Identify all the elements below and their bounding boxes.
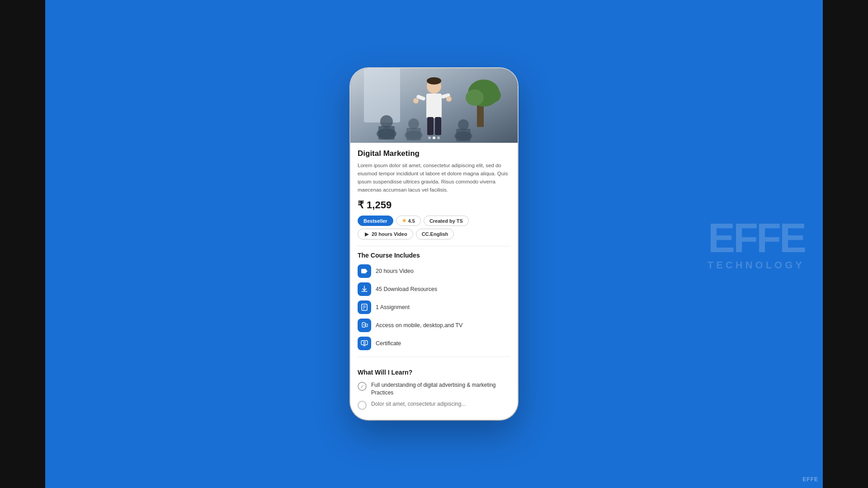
svg-rect-24 — [456, 129, 471, 141]
access-icon-box — [358, 319, 371, 332]
course-body: Digital Marketing Lorem ipsum dolor sit … — [350, 143, 518, 369]
svg-rect-18 — [378, 126, 395, 140]
course-image-inner — [350, 68, 518, 143]
assignment-icon-box — [358, 300, 371, 314]
includes-item-video-label: 20 hours Video — [376, 268, 414, 274]
learn-item-2-text: Dolor sit amet, consectetur adipiscing..… — [371, 400, 510, 408]
tags-row-2: ▶ 20 hours Video CC.English — [358, 229, 510, 239]
watermark-line2: TECHNOLOGY — [708, 260, 805, 270]
download-icon-box — [358, 282, 371, 296]
svg-point-8 — [427, 77, 441, 84]
learn-item-2: Dolor sit amet, consectetur adipiscing..… — [358, 400, 510, 410]
effe-watermark: EFFE TECHNOLOGY — [708, 218, 805, 270]
svg-marker-26 — [366, 270, 368, 272]
course-description: Lorem ipsum dolor sit amet, consectetur … — [358, 162, 510, 194]
svg-point-17 — [380, 115, 393, 128]
includes-list: 20 hours Video 45 Download Resources — [358, 264, 510, 350]
svg-point-23 — [458, 119, 469, 130]
dot-3 — [437, 136, 440, 139]
svg-point-14 — [413, 98, 419, 103]
video-hours-label: 20 hours Video — [372, 231, 407, 237]
phone-content: Digital Marketing Lorem ipsum dolor sit … — [350, 68, 518, 420]
includes-item-video: 20 hours Video — [358, 264, 510, 278]
learn-item-1-text: Full understanding of digital advertisin… — [371, 381, 510, 397]
svg-rect-21 — [406, 128, 421, 141]
svg-rect-10 — [427, 117, 434, 135]
black-bar-left — [0, 0, 45, 488]
dot-2 — [433, 136, 435, 139]
includes-item-assignment-label: 1 Assignment — [376, 304, 410, 310]
svg-rect-25 — [361, 269, 366, 273]
divider-1 — [358, 246, 510, 246]
includes-section-title: The Course Includes — [358, 252, 510, 259]
svg-rect-11 — [435, 117, 441, 135]
phone-frame: Digital Marketing Lorem ipsum dolor sit … — [350, 68, 518, 420]
dot-1 — [428, 136, 431, 139]
star-icon: ★ — [402, 218, 406, 224]
includes-item-download-label: 45 Download Resources — [376, 286, 437, 292]
tag-created-by: Created by TS — [424, 216, 469, 226]
effe-small-text: EFFE — [802, 476, 818, 483]
svg-point-5 — [466, 89, 484, 106]
tag-rating: ★ 4.5 — [396, 216, 421, 226]
svg-point-6 — [485, 88, 501, 103]
learn-section: What Will I Learn? ✓ Full understanding … — [350, 369, 518, 420]
divider-2 — [358, 357, 510, 357]
learn-item-1: ✓ Full understanding of digital advertis… — [358, 381, 510, 397]
svg-rect-33 — [366, 324, 368, 327]
svg-point-20 — [408, 118, 419, 129]
course-title: Digital Marketing — [358, 149, 510, 158]
tag-bestseller: Bestseller — [358, 216, 393, 226]
image-dots — [428, 136, 440, 139]
tag-language: CC.English — [416, 229, 454, 239]
includes-item-certificate: Certificate — [358, 337, 510, 350]
check-icon-1: ✓ — [358, 382, 367, 391]
black-bar-right — [823, 0, 868, 488]
includes-item-certificate-label: Certificate — [376, 340, 401, 347]
tags-row-1: Bestseller ★ 4.5 Created by TS — [358, 216, 510, 226]
includes-item-access: Access on mobile, desktop,and TV — [358, 319, 510, 332]
check-icon-2 — [358, 401, 367, 410]
course-price: ₹ 1,259 — [358, 199, 510, 211]
includes-item-download: 45 Download Resources — [358, 282, 510, 296]
svg-point-35 — [363, 342, 365, 344]
watermark-line1: EFFE — [708, 218, 805, 258]
svg-point-15 — [446, 96, 452, 102]
includes-item-assignment: 1 Assignment — [358, 300, 510, 314]
svg-rect-34 — [361, 341, 368, 345]
rating-value: 4.5 — [408, 218, 415, 224]
course-image — [350, 68, 518, 143]
tag-video-hours: ▶ 20 hours Video — [358, 229, 413, 239]
learn-section-title: What Will I Learn? — [358, 369, 510, 376]
play-icon: ▶ — [363, 231, 370, 237]
certificate-icon-box — [358, 337, 371, 350]
svg-point-32 — [363, 324, 364, 325]
svg-rect-9 — [426, 94, 442, 118]
svg-rect-2 — [364, 68, 400, 122]
includes-item-access-label: Access on mobile, desktop,and TV — [376, 322, 462, 328]
video-icon-box — [358, 264, 371, 278]
